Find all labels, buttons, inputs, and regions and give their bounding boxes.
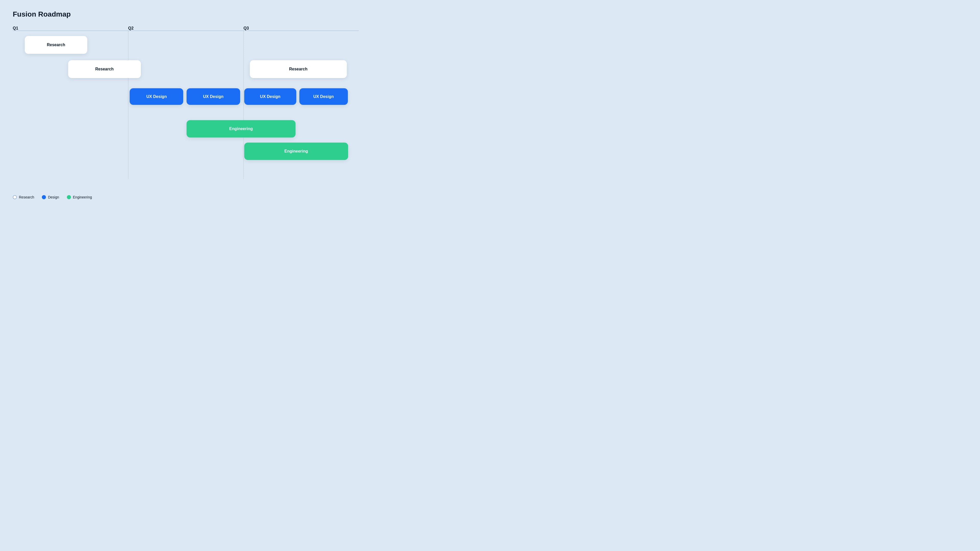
design-legend-label: Design [48,195,59,199]
legend: Research Design Engineering [13,195,92,199]
engineering-card-2[interactable]: Engineering [244,143,348,160]
engineering-card-1[interactable]: Engineering [186,120,296,138]
research-legend-label: Research [19,195,34,199]
design-legend-dot [42,195,46,199]
engineering-legend-label: Engineering [73,195,92,199]
legend-engineering: Engineering [67,195,92,199]
ux-design-card-3[interactable]: UX Design [244,88,296,105]
roadmap-grid: Research Research Research UX Design UX … [13,31,359,179]
page: Fusion Roadmap Q1 Q2 Q3 Research Researc… [0,0,372,208]
legend-research: Research [13,195,34,199]
q3-header: Q3 [243,26,359,30]
research-card-2[interactable]: Research [68,60,141,78]
q1-header: Q1 [13,26,128,30]
research-legend-dot [13,195,17,199]
research-card-3[interactable]: Research [250,60,347,78]
ux-design-card-1[interactable]: UX Design [130,88,183,105]
ux-design-card-2[interactable]: UX Design [186,88,240,105]
timeline-header: Q1 Q2 Q3 [13,26,359,31]
engineering-legend-dot [67,195,71,199]
ux-design-card-4[interactable]: UX Design [299,88,348,105]
q3-divider [243,31,244,179]
research-card-1[interactable]: Research [25,36,87,54]
legend-design: Design [42,195,59,199]
page-title: Fusion Roadmap [13,10,359,18]
q2-header: Q2 [128,26,243,30]
